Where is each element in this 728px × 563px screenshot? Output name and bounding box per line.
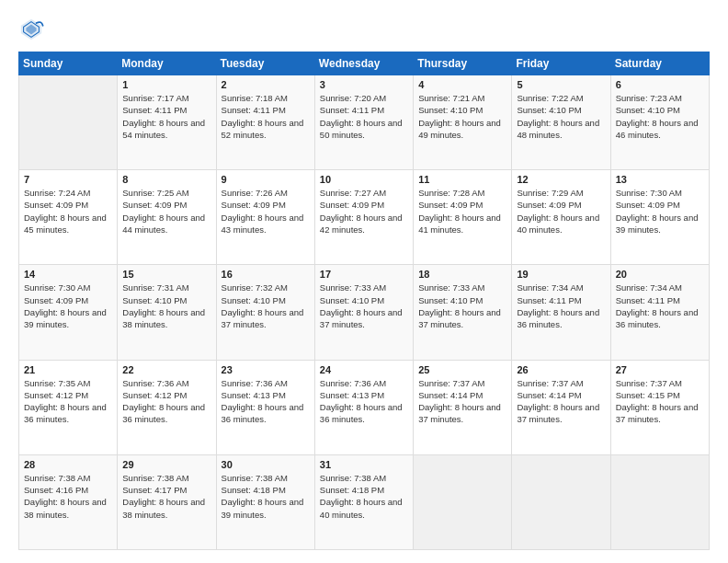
calendar-cell: 11Sunrise: 7:28 AMSunset: 4:09 PMDayligh…: [414, 170, 512, 265]
cell-info: Sunrise: 7:20 AMSunset: 4:11 PMDaylight:…: [320, 92, 408, 141]
cell-info: Sunrise: 7:23 AMSunset: 4:10 PMDaylight:…: [616, 92, 704, 141]
calendar-cell: 15Sunrise: 7:31 AMSunset: 4:10 PMDayligh…: [118, 265, 216, 360]
cell-info: Sunrise: 7:38 AMSunset: 4:18 PMDaylight:…: [320, 472, 408, 521]
day-number: 30: [222, 459, 310, 470]
cell-info: Sunrise: 7:36 AMSunset: 4:13 PMDaylight:…: [320, 377, 408, 426]
calendar-table: SundayMondayTuesdayWednesdayThursdayFrid…: [18, 52, 710, 550]
cell-info: Sunrise: 7:17 AMSunset: 4:11 PMDaylight:…: [122, 92, 210, 141]
calendar-cell: 22Sunrise: 7:36 AMSunset: 4:12 PMDayligh…: [118, 360, 216, 454]
calendar-cell: [19, 75, 118, 170]
calendar-cell: 2Sunrise: 7:18 AMSunset: 4:11 PMDaylight…: [216, 75, 314, 170]
day-number: 2: [222, 79, 310, 90]
calendar-cell: 30Sunrise: 7:38 AMSunset: 4:18 PMDayligh…: [216, 454, 314, 549]
cell-info: Sunrise: 7:37 AMSunset: 4:14 PMDaylight:…: [517, 377, 605, 426]
cell-info: Sunrise: 7:34 AMSunset: 4:11 PMDaylight:…: [517, 282, 605, 330]
calendar-cell: 13Sunrise: 7:30 AMSunset: 4:09 PMDayligh…: [610, 170, 709, 265]
calendar-cell: 28Sunrise: 7:38 AMSunset: 4:16 PMDayligh…: [19, 454, 118, 549]
calendar-cell: 27Sunrise: 7:37 AMSunset: 4:15 PMDayligh…: [610, 360, 709, 454]
day-number: 26: [517, 364, 605, 375]
cell-info: Sunrise: 7:35 AMSunset: 4:12 PMDaylight:…: [24, 377, 112, 426]
week-row-4: 21Sunrise: 7:35 AMSunset: 4:12 PMDayligh…: [19, 360, 710, 454]
day-number: 23: [222, 364, 310, 375]
day-number: 16: [222, 269, 310, 280]
calendar-cell: [414, 454, 512, 549]
calendar-cell: 26Sunrise: 7:37 AMSunset: 4:14 PMDayligh…: [512, 360, 610, 454]
cell-info: Sunrise: 7:28 AMSunset: 4:09 PMDaylight:…: [418, 187, 506, 236]
cell-info: Sunrise: 7:27 AMSunset: 4:09 PMDaylight:…: [320, 187, 408, 236]
calendar-cell: 6Sunrise: 7:23 AMSunset: 4:10 PMDaylight…: [610, 75, 709, 170]
calendar-cell: 16Sunrise: 7:32 AMSunset: 4:10 PMDayligh…: [216, 265, 314, 360]
day-number: 22: [122, 364, 210, 375]
calendar-cell: 20Sunrise: 7:34 AMSunset: 4:11 PMDayligh…: [610, 265, 709, 360]
day-number: 24: [320, 364, 408, 375]
calendar-cell: 10Sunrise: 7:27 AMSunset: 4:09 PMDayligh…: [314, 170, 413, 265]
calendar-cell: 1Sunrise: 7:17 AMSunset: 4:11 PMDaylight…: [118, 75, 216, 170]
day-number: 28: [24, 459, 112, 470]
weekday-header-saturday: Saturday: [610, 52, 709, 75]
day-number: 13: [616, 174, 704, 185]
day-number: 19: [517, 269, 605, 280]
day-number: 3: [320, 79, 408, 90]
calendar-cell: 18Sunrise: 7:33 AMSunset: 4:10 PMDayligh…: [414, 265, 512, 360]
day-number: 21: [24, 364, 112, 375]
cell-info: Sunrise: 7:36 AMSunset: 4:12 PMDaylight:…: [122, 377, 210, 426]
calendar-cell: 5Sunrise: 7:22 AMSunset: 4:10 PMDaylight…: [512, 75, 610, 170]
cell-info: Sunrise: 7:37 AMSunset: 4:15 PMDaylight:…: [616, 377, 704, 426]
calendar-cell: 14Sunrise: 7:30 AMSunset: 4:09 PMDayligh…: [19, 265, 118, 360]
logo-icon: [18, 17, 44, 42]
day-number: 6: [616, 79, 704, 90]
day-number: 4: [418, 79, 506, 90]
logo: [18, 17, 50, 42]
cell-info: Sunrise: 7:29 AMSunset: 4:09 PMDaylight:…: [517, 187, 605, 236]
cell-info: Sunrise: 7:36 AMSunset: 4:13 PMDaylight:…: [222, 377, 310, 426]
cell-info: Sunrise: 7:38 AMSunset: 4:17 PMDaylight:…: [122, 472, 210, 521]
day-number: 15: [122, 269, 210, 280]
header: [18, 17, 710, 42]
cell-info: Sunrise: 7:33 AMSunset: 4:10 PMDaylight:…: [418, 282, 506, 330]
cell-info: Sunrise: 7:30 AMSunset: 4:09 PMDaylight:…: [616, 187, 704, 236]
cell-info: Sunrise: 7:34 AMSunset: 4:11 PMDaylight:…: [616, 282, 704, 330]
day-number: 7: [24, 174, 112, 185]
page: SundayMondayTuesdayWednesdayThursdayFrid…: [0, 0, 728, 563]
weekday-header-monday: Monday: [118, 52, 216, 75]
day-number: 5: [517, 79, 605, 90]
calendar-cell: 8Sunrise: 7:25 AMSunset: 4:09 PMDaylight…: [118, 170, 216, 265]
calendar-cell: 7Sunrise: 7:24 AMSunset: 4:09 PMDaylight…: [19, 170, 118, 265]
cell-info: Sunrise: 7:31 AMSunset: 4:10 PMDaylight:…: [122, 282, 210, 330]
day-number: 14: [24, 269, 112, 280]
cell-info: Sunrise: 7:38 AMSunset: 4:18 PMDaylight:…: [222, 472, 310, 521]
cell-info: Sunrise: 7:18 AMSunset: 4:11 PMDaylight:…: [222, 92, 310, 141]
day-number: 12: [517, 174, 605, 185]
day-number: 9: [222, 174, 310, 185]
day-number: 10: [320, 174, 408, 185]
day-number: 18: [418, 269, 506, 280]
cell-info: Sunrise: 7:21 AMSunset: 4:10 PMDaylight:…: [418, 92, 506, 141]
day-number: 27: [616, 364, 704, 375]
weekday-header-wednesday: Wednesday: [314, 52, 413, 75]
calendar-cell: 4Sunrise: 7:21 AMSunset: 4:10 PMDaylight…: [414, 75, 512, 170]
day-number: 20: [616, 269, 704, 280]
weekday-header-row: SundayMondayTuesdayWednesdayThursdayFrid…: [19, 52, 710, 75]
calendar-cell: 3Sunrise: 7:20 AMSunset: 4:11 PMDaylight…: [314, 75, 413, 170]
calendar-cell: [610, 454, 709, 549]
cell-info: Sunrise: 7:26 AMSunset: 4:09 PMDaylight:…: [222, 187, 310, 236]
cell-info: Sunrise: 7:32 AMSunset: 4:10 PMDaylight:…: [222, 282, 310, 330]
day-number: 29: [122, 459, 210, 470]
calendar-cell: 12Sunrise: 7:29 AMSunset: 4:09 PMDayligh…: [512, 170, 610, 265]
calendar-cell: 9Sunrise: 7:26 AMSunset: 4:09 PMDaylight…: [216, 170, 314, 265]
week-row-3: 14Sunrise: 7:30 AMSunset: 4:09 PMDayligh…: [19, 265, 710, 360]
calendar-cell: 24Sunrise: 7:36 AMSunset: 4:13 PMDayligh…: [314, 360, 413, 454]
week-row-1: 1Sunrise: 7:17 AMSunset: 4:11 PMDaylight…: [19, 75, 710, 170]
cell-info: Sunrise: 7:37 AMSunset: 4:14 PMDaylight:…: [418, 377, 506, 426]
cell-info: Sunrise: 7:22 AMSunset: 4:10 PMDaylight:…: [517, 92, 605, 141]
calendar-cell: 17Sunrise: 7:33 AMSunset: 4:10 PMDayligh…: [314, 265, 413, 360]
calendar-cell: 21Sunrise: 7:35 AMSunset: 4:12 PMDayligh…: [19, 360, 118, 454]
cell-info: Sunrise: 7:24 AMSunset: 4:09 PMDaylight:…: [24, 187, 112, 236]
day-number: 31: [320, 459, 408, 470]
week-row-5: 28Sunrise: 7:38 AMSunset: 4:16 PMDayligh…: [19, 454, 710, 549]
weekday-header-sunday: Sunday: [19, 52, 118, 75]
cell-info: Sunrise: 7:38 AMSunset: 4:16 PMDaylight:…: [24, 472, 112, 521]
calendar-cell: 23Sunrise: 7:36 AMSunset: 4:13 PMDayligh…: [216, 360, 314, 454]
day-number: 11: [418, 174, 506, 185]
calendar-cell: 25Sunrise: 7:37 AMSunset: 4:14 PMDayligh…: [414, 360, 512, 454]
